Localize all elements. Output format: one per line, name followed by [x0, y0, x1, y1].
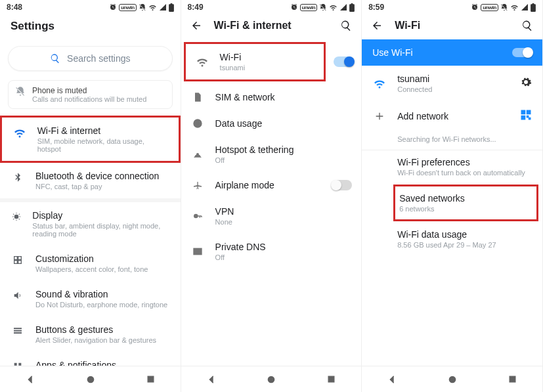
battery-icon	[531, 3, 536, 12]
customize-icon	[11, 253, 25, 265]
dnd-icon	[139, 3, 146, 11]
svg-rect-10	[328, 376, 334, 382]
nav-bar	[181, 366, 362, 392]
gear-icon[interactable]	[520, 76, 532, 91]
nav-recent-icon[interactable]	[508, 374, 517, 384]
row-buttons[interactable]: Buttons & gesturesAlert Slider, navigati…	[0, 316, 181, 352]
signal-icon	[159, 3, 167, 11]
search-icon	[50, 53, 60, 64]
nav-bar	[362, 366, 542, 392]
status-bar: 8:48 unwin	[0, 0, 181, 13]
scanning-text: Searching for Wi-Fi networks...	[362, 131, 542, 150]
status-bar: 8:59 unwin	[362, 0, 542, 13]
search-placeholder: Search settings	[67, 53, 131, 64]
clock: 8:49	[188, 3, 204, 12]
use-wifi-bar[interactable]: Use Wi-Fi	[362, 39, 542, 66]
row-bluetooth[interactable]: Bluetooth & device connectionNFC, cast, …	[0, 163, 181, 198]
dns-icon	[190, 246, 205, 257]
search-button[interactable]	[521, 20, 533, 32]
svg-point-9	[269, 376, 274, 382]
carrier-badge: unwin	[119, 4, 137, 11]
svg-point-14	[449, 376, 455, 382]
wifi-preferences[interactable]: Wi-Fi preferencesWi-Fi doesn't turn back…	[362, 150, 542, 183]
alarm-icon	[471, 3, 479, 11]
svg-point-0	[87, 376, 93, 382]
row-airplane[interactable]: Airplane mode	[181, 172, 362, 198]
wifi-icon	[510, 3, 519, 11]
battery-icon	[349, 3, 355, 12]
page-title: Wi-Fi & internet	[214, 20, 329, 32]
status-icons: unwin	[109, 3, 174, 12]
svg-rect-15	[510, 376, 515, 382]
row-wifi[interactable]: Wi-Fitsunami	[184, 42, 326, 81]
mute-icon	[15, 86, 26, 99]
vpn-icon	[190, 211, 205, 221]
back-button[interactable]	[190, 20, 202, 32]
phone-muted-card[interactable]: Phone is muted Calls and notifications w…	[8, 80, 173, 109]
nav-recent-icon[interactable]	[326, 374, 336, 384]
hotspot-icon	[190, 149, 205, 160]
nav-home-icon[interactable]	[447, 374, 458, 385]
row-private-dns[interactable]: Private DNSOff	[181, 234, 362, 269]
battery-icon	[169, 3, 174, 12]
screen-wifi-internet: 8:49 unwin Wi-Fi & internet Wi-Fitsunami…	[181, 0, 362, 392]
row-display[interactable]: DisplayStatus bar, ambient display, nigh…	[0, 202, 181, 246]
connected-network[interactable]: tsunami Connected	[362, 66, 542, 101]
airplane-icon	[190, 180, 205, 190]
wifi-toggle[interactable]	[334, 56, 353, 67]
row-customization[interactable]: CustomizationWallpapers, accent color, f…	[0, 246, 181, 281]
status-icons: unwin	[290, 3, 355, 12]
row-hotspot[interactable]: Hotspot & tetheringOff	[181, 137, 362, 172]
alarm-icon	[290, 3, 298, 11]
alarm-icon	[109, 3, 117, 11]
row-sim[interactable]: SIM & network	[181, 84, 362, 110]
search-button[interactable]	[340, 20, 352, 32]
row-apps[interactable]: Apps & notificationsDefault apps, permis…	[0, 352, 181, 366]
gestures-icon	[11, 324, 25, 336]
row-sound[interactable]: Sound & vibrationDo Not Disturb, earphon…	[0, 281, 181, 316]
svg-point-4	[194, 214, 197, 217]
svg-point-7	[195, 250, 196, 250]
qr-icon[interactable]	[520, 109, 532, 123]
nav-back-icon[interactable]	[25, 374, 35, 385]
nav-back-icon[interactable]	[206, 374, 217, 385]
nav-home-icon[interactable]	[266, 374, 276, 385]
row-wifi-internet[interactable]: Wi-Fi & internet SIM, mobile network, da…	[0, 116, 181, 163]
wifi-icon	[329, 3, 337, 11]
screen-wifi: 8:59 unwin Wi-Fi Use Wi-Fi tsunami Conne…	[362, 0, 543, 392]
nav-back-icon[interactable]	[387, 374, 397, 385]
search-settings[interactable]: Search settings	[8, 46, 173, 71]
wifi-icon	[148, 3, 157, 11]
page-title: Wi-Fi	[395, 20, 510, 32]
carrier-badge: unwin	[481, 4, 498, 11]
nav-home-icon[interactable]	[85, 374, 96, 385]
status-bar: 8:49 unwin	[181, 0, 362, 13]
add-network[interactable]: Add network	[362, 101, 542, 131]
airplane-toggle[interactable]	[332, 180, 352, 190]
wifi-icon	[195, 56, 209, 68]
svg-point-8	[195, 253, 196, 253]
dnd-icon	[500, 3, 508, 11]
row-data-usage[interactable]: Data usage	[181, 110, 362, 137]
wifi-icon	[372, 77, 387, 89]
nav-bar	[0, 366, 181, 392]
app-bar: Wi-Fi	[362, 13, 542, 39]
clock: 8:59	[368, 3, 384, 12]
bluetooth-icon	[11, 171, 25, 183]
back-button[interactable]	[371, 20, 383, 32]
app-bar: Wi-Fi & internet	[181, 13, 362, 39]
page-title: Settings	[0, 13, 181, 42]
wifi-data-usage[interactable]: Wi-Fi data usage8.56 GB used Apr 29 – Ma…	[362, 223, 542, 255]
row-vpn[interactable]: VPNNone	[181, 198, 362, 234]
data-icon	[190, 118, 205, 129]
apps-icon	[11, 360, 25, 366]
svg-rect-1	[148, 376, 154, 382]
signal-icon	[521, 3, 529, 11]
dnd-icon	[319, 3, 327, 11]
mute-sub: Calls and notifications will be muted	[32, 95, 146, 103]
nav-recent-icon[interactable]	[146, 374, 156, 384]
wifi-icon	[12, 125, 27, 139]
saved-networks[interactable]: Saved networks6 networks	[393, 185, 538, 221]
use-wifi-toggle[interactable]	[512, 48, 532, 57]
status-icons: unwin	[471, 3, 536, 12]
